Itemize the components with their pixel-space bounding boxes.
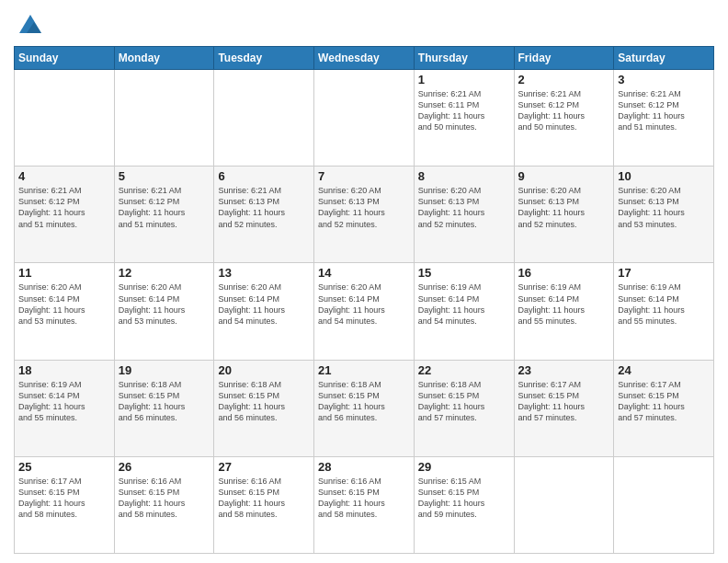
day-info: Sunrise: 6:18 AM Sunset: 6:15 PM Dayligh… bbox=[218, 379, 310, 424]
calendar-cell: 14Sunrise: 6:20 AM Sunset: 6:14 PM Dayli… bbox=[314, 263, 415, 360]
calendar-cell: 5Sunrise: 6:21 AM Sunset: 6:12 PM Daylig… bbox=[114, 167, 214, 263]
calendar-cell bbox=[514, 456, 614, 553]
logo bbox=[14, 13, 43, 39]
day-info: Sunrise: 6:19 AM Sunset: 6:14 PM Dayligh… bbox=[518, 282, 610, 327]
day-number: 14 bbox=[318, 266, 410, 280]
day-number: 22 bbox=[418, 363, 510, 377]
day-info: Sunrise: 6:20 AM Sunset: 6:14 PM Dayligh… bbox=[218, 282, 310, 327]
calendar-cell: 27Sunrise: 6:16 AM Sunset: 6:15 PM Dayli… bbox=[214, 456, 314, 553]
day-info: Sunrise: 6:17 AM Sunset: 6:15 PM Dayligh… bbox=[18, 476, 110, 521]
page: SundayMondayTuesdayWednesdayThursdayFrid… bbox=[0, 0, 728, 563]
day-info: Sunrise: 6:20 AM Sunset: 6:14 PM Dayligh… bbox=[318, 282, 410, 327]
calendar-cell: 3Sunrise: 6:21 AM Sunset: 6:12 PM Daylig… bbox=[614, 70, 714, 167]
day-number: 2 bbox=[518, 73, 610, 86]
calendar-cell: 2Sunrise: 6:21 AM Sunset: 6:12 PM Daylig… bbox=[514, 70, 614, 167]
day-number: 1 bbox=[418, 73, 510, 86]
week-row-3: 11Sunrise: 6:20 AM Sunset: 6:14 PM Dayli… bbox=[15, 263, 714, 360]
day-number: 10 bbox=[618, 169, 710, 183]
day-info: Sunrise: 6:18 AM Sunset: 6:15 PM Dayligh… bbox=[119, 379, 210, 424]
day-info: Sunrise: 6:20 AM Sunset: 6:13 PM Dayligh… bbox=[518, 185, 610, 230]
calendar-cell: 16Sunrise: 6:19 AM Sunset: 6:14 PM Dayli… bbox=[514, 263, 614, 360]
calendar-cell: 7Sunrise: 6:20 AM Sunset: 6:13 PM Daylig… bbox=[314, 167, 415, 263]
day-info: Sunrise: 6:16 AM Sunset: 6:15 PM Dayligh… bbox=[119, 476, 210, 521]
day-info: Sunrise: 6:18 AM Sunset: 6:15 PM Dayligh… bbox=[418, 379, 510, 424]
week-row-2: 4Sunrise: 6:21 AM Sunset: 6:12 PM Daylig… bbox=[15, 167, 714, 263]
day-number: 17 bbox=[618, 266, 710, 280]
calendar-cell bbox=[114, 70, 214, 167]
day-info: Sunrise: 6:19 AM Sunset: 6:14 PM Dayligh… bbox=[618, 282, 710, 327]
day-number: 29 bbox=[418, 460, 510, 474]
day-number: 13 bbox=[218, 266, 310, 280]
day-info: Sunrise: 6:21 AM Sunset: 6:12 PM Dayligh… bbox=[18, 185, 110, 230]
calendar-cell: 25Sunrise: 6:17 AM Sunset: 6:15 PM Dayli… bbox=[15, 456, 115, 553]
calendar-cell: 21Sunrise: 6:18 AM Sunset: 6:15 PM Dayli… bbox=[314, 360, 415, 456]
day-info: Sunrise: 6:18 AM Sunset: 6:15 PM Dayligh… bbox=[318, 379, 410, 424]
day-info: Sunrise: 6:17 AM Sunset: 6:15 PM Dayligh… bbox=[618, 379, 710, 424]
calendar-cell: 29Sunrise: 6:15 AM Sunset: 6:15 PM Dayli… bbox=[414, 456, 514, 553]
calendar-cell: 18Sunrise: 6:19 AM Sunset: 6:14 PM Dayli… bbox=[15, 360, 115, 456]
calendar-cell bbox=[214, 70, 314, 167]
calendar-cell: 12Sunrise: 6:20 AM Sunset: 6:14 PM Dayli… bbox=[114, 263, 214, 360]
day-number: 8 bbox=[418, 169, 510, 183]
calendar-cell bbox=[614, 456, 714, 553]
calendar-cell: 10Sunrise: 6:20 AM Sunset: 6:13 PM Dayli… bbox=[614, 167, 714, 263]
day-info: Sunrise: 6:20 AM Sunset: 6:13 PM Dayligh… bbox=[618, 185, 710, 230]
calendar-cell: 11Sunrise: 6:20 AM Sunset: 6:14 PM Dayli… bbox=[15, 263, 115, 360]
day-number: 26 bbox=[119, 460, 210, 474]
day-number: 18 bbox=[18, 363, 110, 377]
day-info: Sunrise: 6:21 AM Sunset: 6:12 PM Dayligh… bbox=[119, 185, 210, 230]
day-info: Sunrise: 6:16 AM Sunset: 6:15 PM Dayligh… bbox=[318, 476, 410, 521]
day-number: 5 bbox=[119, 169, 210, 183]
calendar-cell: 20Sunrise: 6:18 AM Sunset: 6:15 PM Dayli… bbox=[214, 360, 314, 456]
day-number: 7 bbox=[318, 169, 410, 183]
col-header-friday: Friday bbox=[514, 47, 614, 70]
day-number: 23 bbox=[518, 363, 610, 377]
day-number: 4 bbox=[18, 169, 110, 183]
calendar-cell: 24Sunrise: 6:17 AM Sunset: 6:15 PM Dayli… bbox=[614, 360, 714, 456]
day-info: Sunrise: 6:20 AM Sunset: 6:13 PM Dayligh… bbox=[418, 185, 510, 230]
day-info: Sunrise: 6:20 AM Sunset: 6:13 PM Dayligh… bbox=[318, 185, 410, 230]
calendar-cell: 13Sunrise: 6:20 AM Sunset: 6:14 PM Dayli… bbox=[214, 263, 314, 360]
week-row-1: 1Sunrise: 6:21 AM Sunset: 6:11 PM Daylig… bbox=[15, 70, 714, 167]
day-number: 16 bbox=[518, 266, 610, 280]
header bbox=[14, 9, 714, 39]
calendar-cell: 28Sunrise: 6:16 AM Sunset: 6:15 PM Dayli… bbox=[314, 456, 415, 553]
day-info: Sunrise: 6:20 AM Sunset: 6:14 PM Dayligh… bbox=[119, 282, 210, 327]
day-info: Sunrise: 6:15 AM Sunset: 6:15 PM Dayligh… bbox=[418, 476, 510, 521]
calendar-cell: 17Sunrise: 6:19 AM Sunset: 6:14 PM Dayli… bbox=[614, 263, 714, 360]
col-header-thursday: Thursday bbox=[414, 47, 514, 70]
day-info: Sunrise: 6:21 AM Sunset: 6:13 PM Dayligh… bbox=[218, 185, 310, 230]
day-info: Sunrise: 6:21 AM Sunset: 6:12 PM Dayligh… bbox=[618, 88, 710, 133]
col-header-wednesday: Wednesday bbox=[314, 47, 415, 70]
day-info: Sunrise: 6:16 AM Sunset: 6:15 PM Dayligh… bbox=[218, 476, 310, 521]
day-number: 24 bbox=[618, 363, 710, 377]
col-header-saturday: Saturday bbox=[614, 47, 714, 70]
calendar-cell: 6Sunrise: 6:21 AM Sunset: 6:13 PM Daylig… bbox=[214, 167, 314, 263]
calendar-cell bbox=[314, 70, 415, 167]
week-row-4: 18Sunrise: 6:19 AM Sunset: 6:14 PM Dayli… bbox=[15, 360, 714, 456]
calendar-cell: 22Sunrise: 6:18 AM Sunset: 6:15 PM Dayli… bbox=[414, 360, 514, 456]
col-header-monday: Monday bbox=[114, 47, 214, 70]
calendar-cell: 1Sunrise: 6:21 AM Sunset: 6:11 PM Daylig… bbox=[414, 70, 514, 167]
day-number: 21 bbox=[318, 363, 410, 377]
day-number: 28 bbox=[318, 460, 410, 474]
col-header-tuesday: Tuesday bbox=[214, 47, 314, 70]
calendar-cell: 23Sunrise: 6:17 AM Sunset: 6:15 PM Dayli… bbox=[514, 360, 614, 456]
calendar-cell: 26Sunrise: 6:16 AM Sunset: 6:15 PM Dayli… bbox=[114, 456, 214, 553]
day-number: 20 bbox=[218, 363, 310, 377]
day-number: 27 bbox=[218, 460, 310, 474]
day-number: 19 bbox=[119, 363, 210, 377]
header-row: SundayMondayTuesdayWednesdayThursdayFrid… bbox=[15, 47, 714, 70]
day-info: Sunrise: 6:17 AM Sunset: 6:15 PM Dayligh… bbox=[518, 379, 610, 424]
day-info: Sunrise: 6:19 AM Sunset: 6:14 PM Dayligh… bbox=[418, 282, 510, 327]
day-info: Sunrise: 6:21 AM Sunset: 6:12 PM Dayligh… bbox=[518, 88, 610, 133]
logo-icon bbox=[17, 13, 43, 39]
calendar-cell: 19Sunrise: 6:18 AM Sunset: 6:15 PM Dayli… bbox=[114, 360, 214, 456]
day-number: 15 bbox=[418, 266, 510, 280]
day-number: 9 bbox=[518, 169, 610, 183]
day-number: 12 bbox=[119, 266, 210, 280]
calendar-cell: 9Sunrise: 6:20 AM Sunset: 6:13 PM Daylig… bbox=[514, 167, 614, 263]
calendar-table: SundayMondayTuesdayWednesdayThursdayFrid… bbox=[14, 46, 714, 554]
day-info: Sunrise: 6:21 AM Sunset: 6:11 PM Dayligh… bbox=[418, 88, 510, 133]
calendar-cell bbox=[15, 70, 115, 167]
